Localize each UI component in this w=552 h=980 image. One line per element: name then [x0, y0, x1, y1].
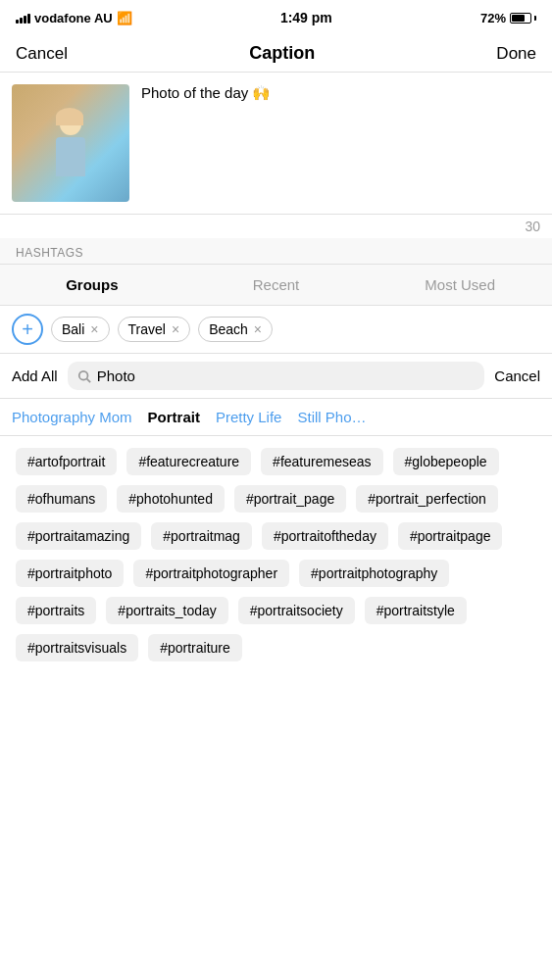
hashtag-item[interactable]: #portraitphotography: [299, 560, 449, 587]
hashtag-item[interactable]: #portraitsociety: [238, 597, 355, 624]
hashtag-item[interactable]: #portrait_perfection: [356, 485, 498, 513]
tab-photography-mom[interactable]: Photography Mom: [12, 409, 132, 425]
svg-point-0: [78, 370, 87, 379]
chip-beach[interactable]: Beach ×: [198, 317, 273, 342]
hashtag-item[interactable]: #portraitphotographer: [133, 560, 289, 587]
hashtag-item[interactable]: #artofportrait: [16, 448, 117, 475]
chip-bali[interactable]: Bali ×: [51, 317, 110, 342]
hashtag-item[interactable]: #globepeople: [393, 448, 499, 475]
hashtag-grid: #artofportrait#featurecreature#featureme…: [0, 436, 552, 673]
battery-icon: [510, 13, 536, 24]
hashtag-item[interactable]: #portraitpage: [398, 522, 503, 550]
tab-groups[interactable]: Groups: [0, 265, 184, 305]
status-bar: vodafone AU 📶 1:49 pm 72%: [0, 0, 552, 35]
category-tabs: Photography Mom Portrait Pretty Life Sti…: [0, 399, 552, 436]
hashtag-item[interactable]: #portraitmag: [151, 522, 252, 550]
battery-percent: 72%: [480, 11, 506, 25]
search-icon: [77, 369, 91, 383]
tag-chips-row: + Bali × Travel × Beach ×: [0, 306, 552, 354]
search-cancel-button[interactable]: Cancel: [494, 368, 540, 384]
carrier: vodafone AU: [34, 11, 113, 25]
add-group-button[interactable]: +: [12, 314, 43, 345]
status-time: 1:49 pm: [280, 10, 332, 25]
chip-travel[interactable]: Travel ×: [118, 317, 191, 342]
thumbnail-body: [56, 137, 85, 176]
hashtag-item[interactable]: #photohunted: [117, 485, 225, 513]
chip-beach-remove[interactable]: ×: [254, 321, 262, 337]
hashtag-item[interactable]: #portraitstyle: [365, 597, 467, 624]
tab-still-photo[interactable]: Still Pho…: [297, 409, 366, 425]
nav-title: Caption: [249, 43, 315, 64]
hashtags-label: HASHTAGS: [0, 238, 552, 265]
char-count: 30: [0, 215, 552, 238]
tab-portrait[interactable]: Portrait: [148, 409, 200, 425]
hashtag-item[interactable]: #ofhumans: [16, 485, 107, 513]
tab-pretty-life[interactable]: Pretty Life: [216, 409, 282, 425]
search-input[interactable]: [97, 368, 476, 384]
hashtag-item[interactable]: #featurecreature: [126, 448, 251, 475]
search-box: [68, 362, 485, 390]
chip-bali-label: Bali: [62, 321, 84, 337]
thumbnail-head: [60, 114, 81, 135]
thumbnail-figure: [46, 114, 95, 192]
status-right: 72%: [480, 11, 536, 25]
chip-beach-label: Beach: [209, 321, 248, 337]
hashtag-item[interactable]: #portraits_today: [106, 597, 227, 624]
signal-bars: [16, 12, 30, 24]
photo-thumbnail: [12, 84, 129, 202]
tab-most-used[interactable]: Most Used: [368, 265, 552, 305]
hashtag-item[interactable]: #portraitamazing: [16, 522, 141, 550]
cancel-button[interactable]: Cancel: [16, 44, 68, 64]
svg-line-1: [86, 378, 90, 382]
tab-recent[interactable]: Recent: [184, 265, 369, 305]
chip-travel-remove[interactable]: ×: [172, 321, 179, 337]
hashtag-item[interactable]: #portraitphoto: [16, 560, 124, 587]
chip-bali-remove[interactable]: ×: [90, 321, 98, 337]
hashtag-item[interactable]: #portraits: [16, 597, 96, 624]
chip-travel-label: Travel: [128, 321, 166, 337]
done-button[interactable]: Done: [496, 44, 536, 64]
hashtag-item[interactable]: #portraitsvisuals: [16, 634, 138, 662]
caption-text[interactable]: Photo of the day 🙌: [129, 84, 540, 202]
nav-bar: Cancel Caption Done: [0, 35, 552, 73]
caption-area: Photo of the day 🙌: [0, 73, 552, 215]
add-all-button[interactable]: Add All: [12, 368, 58, 384]
search-row: Add All Cancel: [0, 354, 552, 399]
status-left: vodafone AU 📶: [16, 11, 132, 25]
hashtag-item[interactable]: #portraitoftheday: [262, 522, 388, 550]
hashtag-item[interactable]: #portrait_page: [234, 485, 346, 513]
hashtag-item[interactable]: #portraiture: [148, 634, 242, 662]
wifi-icon: 📶: [117, 11, 132, 25]
hashtag-item[interactable]: #featuremeseas: [261, 448, 382, 475]
tabs-bar: Groups Recent Most Used: [0, 265, 552, 306]
